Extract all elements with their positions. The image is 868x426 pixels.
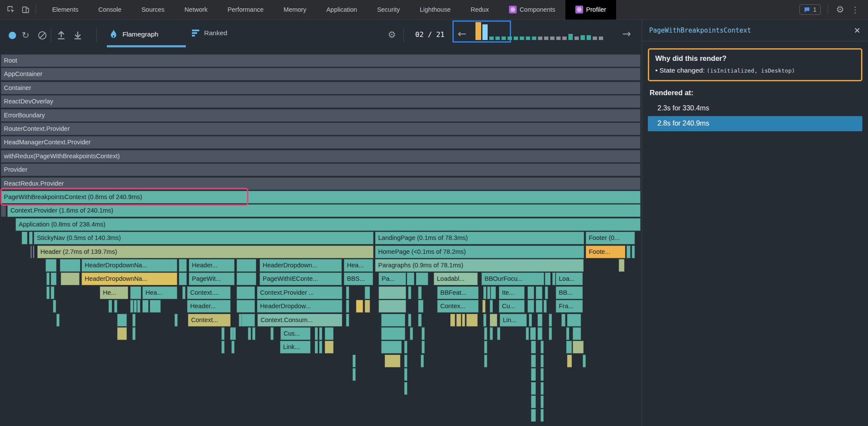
flame-bar[interactable] [544,300,547,313]
flame-bar-headerdropdownna...[interactable]: HeaderDropdownNa... [82,259,177,272]
flame-bar[interactable] [408,314,411,326]
flame-bar[interactable] [132,314,135,326]
flame-bar-link...[interactable]: Link... [280,341,310,353]
flame-bar-container[interactable]: Container [1,82,640,94]
tab-ranked[interactable]: Ranked [192,29,227,37]
flame-bar[interactable] [531,341,536,353]
flame-bar[interactable] [422,327,425,340]
flame-bar[interactable] [325,341,333,353]
flame-bar-appcontainer[interactable]: AppContainer [1,68,640,80]
flame-bar[interactable] [404,355,407,367]
flame-bar-pagewithbreakpointscontext[interactable]: PageWithBreakpointsContext (0.8ms of 240… [1,191,640,203]
flame-bar[interactable] [237,259,256,272]
flame-bar[interactable] [545,273,551,285]
commit-bar[interactable] [599,37,603,40]
flame-bar[interactable] [221,341,224,353]
flame-bar-foote...[interactable]: Foote... [586,246,625,258]
flame-bar[interactable] [484,327,487,340]
flame-bar[interactable] [573,341,584,353]
tab-redux[interactable]: Redux [461,0,499,20]
flame-bar[interactable] [484,355,487,367]
flame-bar[interactable] [325,327,333,340]
flame-bar[interactable] [404,341,407,353]
commit-bar[interactable] [556,37,561,40]
flame-bar-headerdropdownna...[interactable]: HeaderDropdownNa... [82,273,177,285]
flame-bar[interactable] [541,341,544,353]
tab-performance[interactable]: Performance [218,0,274,20]
flame-bar-context.provider[interactable]: Context.Provider (1.6ms of 240.1ms) [7,204,640,217]
flame-bar[interactable] [526,327,529,340]
flame-bar[interactable] [541,396,544,408]
flame-bar[interactable] [179,273,187,285]
flame-bar[interactable] [418,300,423,313]
flame-bar[interactable] [179,259,187,272]
flame-bar[interactable] [114,300,117,313]
flame-bar-lin...[interactable]: Lin... [500,314,527,326]
flame-bar[interactable] [404,368,407,381]
flame-bar[interactable] [627,246,630,258]
flame-bar[interactable] [541,382,544,395]
flame-bar-ite...[interactable]: Ite... [499,286,525,299]
flame-bar[interactable] [381,314,405,326]
commit-bar[interactable] [508,37,512,40]
flame-bar[interactable] [117,314,127,326]
flame-bar[interactable] [30,246,36,258]
flame-bar-cus...[interactable]: Cus... [281,327,310,340]
flame-bar-context.provider[interactable]: Context.Provider ... [257,286,342,299]
issues-counter[interactable]: 1 [799,4,821,15]
flame-bar-reactredux.provider[interactable]: ReactRedux.Provider [1,177,640,190]
flame-bar[interactable] [60,259,80,272]
flame-bar[interactable] [552,273,555,285]
flame-bar-header[interactable]: Header (2.7ms of 139.7ms) [37,246,373,258]
flame-bar-bb...[interactable]: BB... [556,286,583,299]
commit-bar[interactable] [532,37,536,40]
commit-bar[interactable] [475,22,481,40]
flame-bar-loa...[interactable]: Loa... [556,273,583,285]
commit-bar[interactable] [526,37,530,40]
previous-commit-arrow[interactable]: ← [458,28,466,40]
flame-bar[interactable] [418,286,422,299]
tab-profiler[interactable]: Profiler [565,0,616,20]
flame-bar[interactable] [531,409,536,422]
flame-bar-context.consum...[interactable]: Context.Consum... [257,314,342,326]
flame-bar-hea...[interactable]: Hea... [142,286,177,299]
settings-gear-icon[interactable]: ⚙ [836,4,844,15]
flame-bar[interactable] [549,314,552,326]
commit-bar[interactable] [502,37,506,40]
flame-bar-headmanagercontext.provider[interactable]: HeadManagerContext.Provider [1,136,640,149]
flame-bar[interactable] [450,314,455,326]
flame-bar[interactable] [416,273,428,285]
commit-bar[interactable] [550,37,554,40]
flame-bar[interactable] [491,286,496,299]
flame-bar[interactable] [365,286,370,299]
flame-bar-pagewithieconte...[interactable]: PageWithIEConte... [260,273,342,285]
flame-bar[interactable] [22,232,27,244]
flame-bar[interactable] [462,314,465,326]
flame-bar[interactable] [319,341,322,353]
flame-bar[interactable] [545,286,548,299]
flame-bar[interactable] [231,341,234,353]
flame-bar[interactable] [549,327,552,340]
tab-flamegraph[interactable]: Flamegraph [109,29,158,39]
flame-bar[interactable] [573,327,581,340]
flame-bar[interactable] [536,286,542,299]
commit-bar[interactable] [489,37,494,40]
flame-bar-fra...[interactable]: Fra... [556,300,583,313]
flame-bar-stickynav[interactable]: StickyNav (0.5ms of 140.3ms) [34,232,373,244]
flame-bar[interactable] [408,286,411,299]
flame-bar[interactable] [541,355,544,367]
flame-bar[interactable] [252,327,255,340]
flame-bar-context....[interactable]: Context.... [187,286,231,299]
flame-bar[interactable] [421,355,424,367]
flame-bar[interactable] [490,300,493,313]
flame-bar[interactable] [117,327,127,340]
flame-bar[interactable] [466,314,478,326]
commit-bar[interactable] [514,37,518,40]
flame-bar[interactable] [536,300,542,313]
flame-bar[interactable] [561,314,565,326]
flame-bar[interactable] [132,327,135,340]
commit-bar[interactable] [544,37,548,40]
flame-bar-bbs...[interactable]: BBS... [344,273,373,285]
flame-bar[interactable] [487,286,490,299]
flame-bar[interactable] [29,232,33,244]
